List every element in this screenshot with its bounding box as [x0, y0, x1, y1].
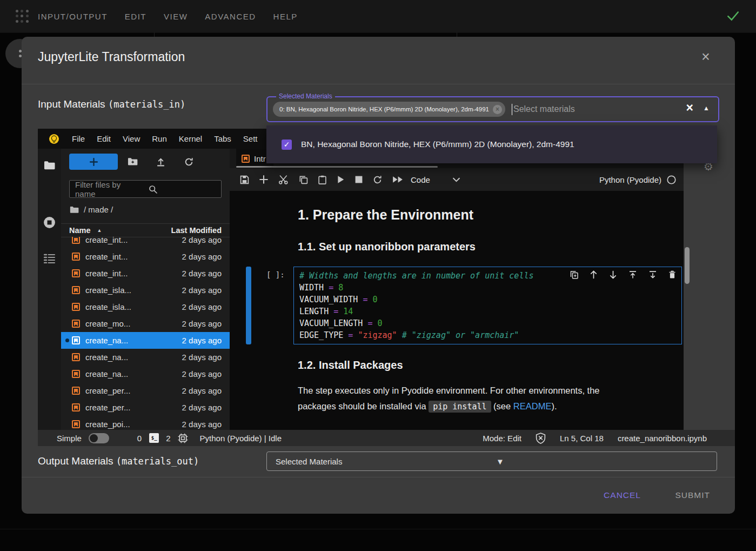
bg-seam [0, 529, 756, 529]
insert-cell-icon[interactable] [259, 175, 268, 184]
filter-files-input[interactable]: Filter files by name [69, 180, 222, 198]
file-row[interactable]: create_int...2 days ago [61, 248, 230, 265]
file-row[interactable]: create_int...2 days ago [61, 237, 230, 248]
file-row[interactable]: create_int...2 days ago [61, 265, 230, 282]
jupyterlab-panel: File Edit View Run Kernel Tabs Sett [38, 129, 684, 430]
copy-icon[interactable] [299, 175, 308, 184]
cell-toolbar [570, 270, 676, 279]
submit-button[interactable]: SUBMIT [666, 486, 719, 505]
cancel-button[interactable]: CANCEL [595, 486, 650, 505]
file-browser-tab-icon[interactable] [44, 161, 55, 170]
refresh-icon[interactable] [184, 157, 193, 167]
file-row[interactable]: create_poi...2 days ago [61, 416, 230, 430]
paste-icon[interactable] [318, 175, 326, 184]
file-modified: 2 days ago [182, 286, 222, 295]
code-op: = [343, 330, 358, 340]
collapse-caret-icon[interactable]: ▲ [703, 104, 710, 112]
simple-mode-toggle[interactable] [89, 433, 109, 443]
clear-selection-icon[interactable]: × [686, 101, 693, 115]
chevron-down-icon[interactable] [453, 177, 460, 182]
jupyter-menu-edit[interactable]: Edit [91, 134, 117, 143]
file-row[interactable]: create_na...2 days ago [61, 349, 230, 366]
app-logo-icon[interactable] [15, 9, 29, 23]
notebook-content: 1. Prepare the Environment 1.1. Set up n… [230, 191, 684, 430]
notebook-scrollbar-thumb[interactable] [685, 247, 690, 284]
file-row[interactable]: create_per...2 days ago [61, 382, 230, 399]
sort-ascending-icon[interactable]: ▲ [97, 228, 102, 233]
file-list: create_int...2 days ago create_int...2 d… [61, 237, 230, 430]
menu-help[interactable]: HELP [265, 12, 306, 21]
insert-cell-below-icon[interactable] [648, 270, 657, 279]
file-row[interactable]: create_per...2 days ago [61, 399, 230, 416]
material-chip[interactable]: 0: BN, Hexagonal Boron Nitride, HEX (P6/… [273, 102, 505, 117]
code-var: VACUUM_LENGTH [299, 318, 363, 328]
kernel-status-text[interactable]: Python (Pyodide) | Idle [200, 434, 282, 443]
file-name: create_mo... [85, 319, 182, 328]
run-icon[interactable] [337, 175, 345, 184]
chip-remove-icon[interactable]: × [493, 105, 502, 114]
selected-materials-field[interactable]: Selected Materials 0: BN, Hexagonal Boro… [266, 96, 719, 122]
output-materials-select[interactable]: Selected Materials ▼ [266, 452, 717, 471]
upload-icon[interactable] [156, 157, 165, 167]
jupyter-menu-file[interactable]: File [66, 134, 91, 143]
kernel-indicator[interactable]: Python (Pyodide) [599, 175, 676, 184]
mode-indicator: Mode: Edit [483, 434, 521, 443]
menu-edit[interactable]: EDIT [116, 12, 155, 21]
terminal-icon[interactable]: $_ [149, 433, 159, 443]
jupyter-menu-kernel[interactable]: Kernel [173, 134, 208, 143]
file-modified: 2 days ago [182, 353, 222, 362]
notebook-file-icon [72, 269, 80, 277]
new-launcher-button[interactable] [69, 154, 118, 170]
home-folder-icon[interactable] [70, 206, 79, 214]
restart-kernel-icon[interactable] [373, 175, 382, 184]
shield-x-icon[interactable] [536, 433, 546, 444]
option-checkbox[interactable]: ✓ [282, 140, 292, 150]
cursor-position[interactable]: Ln 5, Col 18 [560, 434, 604, 443]
menu-advanced[interactable]: ADVANCED [196, 12, 264, 21]
duplicate-cell-icon[interactable] [570, 270, 578, 279]
notebook-file-icon [72, 420, 80, 428]
material-option[interactable]: BN, Hexagonal Boron Nitride, HEX (P6/mmm… [301, 140, 574, 149]
insert-cell-above-icon[interactable] [628, 270, 637, 279]
close-icon[interactable]: × [697, 49, 714, 66]
menu-input-output[interactable]: INPUT/OUTPUT [29, 12, 116, 21]
materials-input[interactable]: Select materials [513, 104, 575, 114]
kernel-sessions-icon[interactable] [178, 433, 188, 443]
move-cell-up-icon[interactable] [590, 270, 598, 279]
cut-icon[interactable] [278, 175, 289, 184]
table-of-contents-tab-icon[interactable] [44, 254, 55, 263]
column-name[interactable]: Name [69, 226, 91, 235]
jupyterlite-logo-icon[interactable] [49, 134, 59, 144]
cell-collapser[interactable] [246, 267, 251, 344]
jupyter-menu-settings[interactable]: Sett [237, 134, 264, 143]
readme-link[interactable]: README [513, 401, 552, 411]
file-row[interactable]: create_mo...2 days ago [61, 315, 230, 332]
file-browser: Filter files by name / made / Name ▲ Las… [61, 149, 230, 430]
tab-drag-indicator [236, 166, 438, 168]
delete-cell-icon[interactable] [668, 270, 676, 279]
breadcrumb[interactable]: / made / [70, 205, 113, 214]
file-row[interactable]: create_isla...2 days ago [61, 282, 230, 298]
divider [22, 477, 735, 477]
cell-type-select[interactable]: Code [411, 175, 430, 184]
move-cell-down-icon[interactable] [609, 270, 617, 279]
file-name: create_per... [85, 403, 182, 412]
jupyter-menu-view[interactable]: View [117, 134, 146, 143]
file-modified: 2 days ago [182, 237, 222, 244]
stop-icon[interactable] [355, 176, 363, 183]
running-kernels-tab-icon[interactable] [43, 216, 56, 229]
kernels-count: 2 [166, 434, 170, 443]
file-row[interactable]: create_na...2 days ago [61, 366, 230, 382]
cell-prompt: [ ]: [266, 270, 285, 279]
run-all-icon[interactable] [392, 176, 403, 183]
check-icon[interactable] [726, 9, 740, 23]
text-cursor [512, 104, 512, 115]
new-folder-icon[interactable] [128, 157, 138, 166]
save-icon[interactable] [240, 175, 249, 184]
jupyter-menu-tabs[interactable]: Tabs [208, 134, 237, 143]
jupyter-menu-run[interactable]: Run [146, 134, 173, 143]
column-last-modified[interactable]: Last Modified [171, 226, 222, 235]
menu-view[interactable]: VIEW [155, 12, 196, 21]
file-row[interactable]: create_isla...2 days ago [61, 298, 230, 315]
file-row-selected[interactable]: create_na...2 days ago [61, 332, 230, 349]
